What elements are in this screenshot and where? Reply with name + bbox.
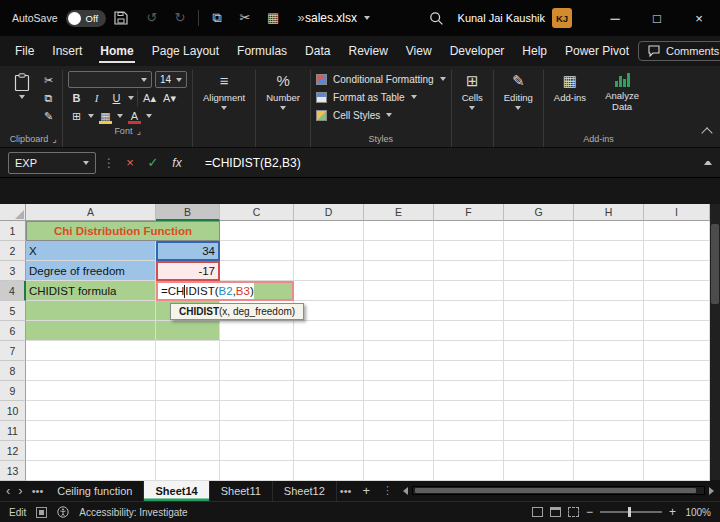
- cell[interactable]: [644, 321, 710, 341]
- format-painter-icon[interactable]: ✎: [40, 108, 57, 124]
- cell[interactable]: [574, 381, 644, 401]
- cell[interactable]: [574, 421, 644, 441]
- column-header-g[interactable]: G: [504, 204, 574, 221]
- cell[interactable]: [156, 341, 220, 361]
- cell[interactable]: [504, 281, 574, 301]
- cell[interactable]: [574, 341, 644, 361]
- undo-icon[interactable]: ↺: [142, 8, 162, 28]
- tab-data[interactable]: Data: [296, 36, 339, 66]
- cell[interactable]: [294, 401, 364, 421]
- font-name-combo[interactable]: [68, 71, 152, 88]
- cell[interactable]: [504, 361, 574, 381]
- sheet-more-icon[interactable]: •••: [337, 480, 355, 501]
- cell[interactable]: [574, 461, 644, 481]
- row-header[interactable]: 6: [0, 321, 26, 341]
- cell[interactable]: [364, 401, 434, 421]
- expand-formula-bar-icon[interactable]: [704, 161, 712, 165]
- tab-view[interactable]: View: [397, 36, 441, 66]
- column-header-a[interactable]: A: [26, 204, 156, 221]
- cell[interactable]: [644, 301, 710, 321]
- cell[interactable]: [294, 241, 364, 261]
- tab-insert[interactable]: Insert: [43, 36, 91, 66]
- cell[interactable]: [294, 381, 364, 401]
- cell[interactable]: [220, 461, 294, 481]
- column-header-f[interactable]: F: [434, 204, 504, 221]
- cut-icon[interactable]: ✂: [235, 8, 255, 28]
- new-sheet-icon[interactable]: +: [354, 480, 378, 501]
- cell[interactable]: [434, 461, 504, 481]
- row-header[interactable]: 2: [0, 241, 26, 261]
- sheet-nav-left-icon[interactable]: ‹: [6, 483, 10, 498]
- cell[interactable]: [156, 401, 220, 421]
- cell[interactable]: [26, 461, 156, 481]
- cell[interactable]: [644, 341, 710, 361]
- row-header[interactable]: 1: [0, 221, 26, 241]
- formula-input[interactable]: =CHIDIST(B2,B3): [205, 156, 301, 170]
- cell[interactable]: [644, 461, 710, 481]
- cell[interactable]: [434, 221, 504, 241]
- row-header[interactable]: 9: [0, 381, 26, 401]
- cell[interactable]: [644, 361, 710, 381]
- name-box-resizer[interactable]: ⋮: [103, 156, 115, 170]
- cell[interactable]: [294, 281, 364, 301]
- cell[interactable]: [294, 341, 364, 361]
- increase-font-icon[interactable]: A▴: [141, 90, 158, 106]
- dialog-launcher-icon[interactable]: ⌟: [52, 134, 56, 144]
- cell[interactable]: [574, 241, 644, 261]
- tab-help[interactable]: Help: [513, 36, 556, 66]
- account-button[interactable]: Kunal Jai Kaushik KJ: [458, 8, 572, 28]
- cell-a3[interactable]: Degree of freedom: [26, 261, 156, 281]
- cell[interactable]: [364, 301, 434, 321]
- tab-developer[interactable]: Developer: [441, 36, 514, 66]
- row-header[interactable]: 5: [0, 301, 26, 321]
- cell[interactable]: [294, 421, 364, 441]
- cell[interactable]: [364, 241, 434, 261]
- cell[interactable]: [220, 341, 294, 361]
- alignment-button[interactable]: ≡ Alignment: [198, 70, 250, 113]
- document-title[interactable]: sales.xlsx: [305, 0, 370, 36]
- cell-a5[interactable]: [26, 301, 156, 321]
- cell-a6[interactable]: [26, 321, 156, 341]
- horizontal-scrollbar-thumb[interactable]: [415, 488, 696, 493]
- cell[interactable]: [644, 441, 710, 461]
- cell[interactable]: [644, 381, 710, 401]
- cell-a1-merged[interactable]: Chi Distribution Function: [26, 221, 220, 241]
- cell[interactable]: [574, 441, 644, 461]
- horizontal-scrollbar[interactable]: [397, 480, 720, 501]
- zoom-out-icon[interactable]: −: [586, 505, 593, 519]
- row-header[interactable]: 11: [0, 421, 26, 441]
- cell[interactable]: [294, 361, 364, 381]
- sheet-tab-sheet12[interactable]: Sheet12: [273, 480, 337, 501]
- row-header[interactable]: 3: [0, 261, 26, 281]
- cell[interactable]: [26, 421, 156, 441]
- tab-page-layout[interactable]: Page Layout: [143, 36, 228, 66]
- name-box[interactable]: EXP: [8, 152, 96, 174]
- select-all-corner[interactable]: [0, 204, 26, 221]
- cell[interactable]: [364, 461, 434, 481]
- collapse-ribbon-icon[interactable]: [701, 127, 712, 138]
- copy-icon[interactable]: ⧉: [40, 90, 57, 106]
- tab-power-pivot[interactable]: Power Pivot: [556, 36, 638, 66]
- minimize-button[interactable]: ─: [594, 0, 636, 36]
- cell[interactable]: [220, 221, 294, 241]
- vertical-scrollbar[interactable]: [710, 204, 720, 480]
- accessibility-status[interactable]: Accessibility: Investigate: [79, 507, 187, 518]
- font-size-combo[interactable]: 14: [155, 71, 187, 88]
- cell[interactable]: [220, 361, 294, 381]
- copy-icon[interactable]: ⧉: [207, 8, 227, 28]
- cell[interactable]: [26, 401, 156, 421]
- cut-icon[interactable]: ✂: [40, 72, 57, 88]
- zoom-slider-thumb[interactable]: [628, 507, 631, 517]
- search-icon[interactable]: [422, 11, 452, 26]
- cell[interactable]: [644, 421, 710, 441]
- row-header[interactable]: 4: [0, 281, 26, 301]
- cell[interactable]: [294, 221, 364, 241]
- cell[interactable]: [364, 441, 434, 461]
- row-header[interactable]: 7: [0, 341, 26, 361]
- tab-file[interactable]: File: [6, 36, 43, 66]
- editing-button[interactable]: ✎ Editing: [499, 70, 538, 113]
- cell[interactable]: [504, 341, 574, 361]
- row-header[interactable]: 13: [0, 461, 26, 481]
- redo-icon[interactable]: ↻: [170, 8, 190, 28]
- addins-button[interactable]: ▦ Add-ins: [549, 70, 591, 106]
